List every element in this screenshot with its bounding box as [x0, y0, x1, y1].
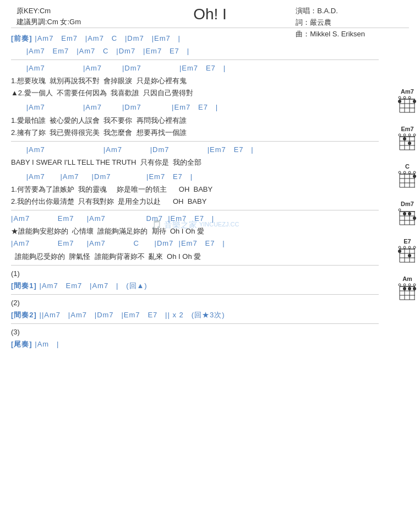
composer: 曲：Mikkel S. Eriksen [296, 29, 365, 40]
section-2-label: (2) [間奏2] ||Am7 |Am7 |Dm7 |Em7 E7 || x 2… [11, 297, 379, 321]
chord-e7: E7 [397, 238, 417, 264]
svg-point-21 [399, 134, 401, 136]
divider-5 [11, 294, 379, 295]
svg-point-61 [403, 246, 406, 248]
section-1-label: (1) [間奏1] |Am7 Em7 |Am7 | (回▲) [11, 268, 379, 292]
outro-chords: |Am | [35, 340, 59, 348]
section-verse3: |Am7 |Am7 |Dm7 |Em7 E7 | 1.何苦要為了誰嫉妒 我的靈魂… [11, 171, 379, 208]
chorus-chord-2: |Am7 Em7 |Am7 C |Dm7 |Em7 E7 | [11, 237, 379, 250]
svg-point-9 [403, 96, 406, 99]
svg-point-26 [408, 142, 411, 145]
chorus-lyric-2: 誰能夠忍受妳的 脾氣怪 誰能夠背著妳不 亂來 Oh I Oh 愛 [11, 251, 379, 263]
svg-point-51 [413, 217, 416, 220]
section-2-text: (2) [11, 297, 379, 309]
chord-am: Am [397, 275, 417, 302]
svg-point-8 [399, 96, 401, 99]
verse2-lyric-1: 1.愛最怕誰 被心愛的人誤會 我不要你 再問我心裡有誰 [11, 115, 379, 127]
outro-label: [尾奏] [11, 340, 32, 348]
performer: 演唱：B.A.D. [296, 6, 365, 17]
page: 原KEY:Cm 建議男調:Cm 女:Gm Oh! I 演唱：B.A.D. 詞：嚴… [0, 0, 420, 514]
bridge-lyrics: BABY I SWEAR I'LL TELL THE TRUTH 只有你是 我的… [11, 156, 379, 169]
chord-em7: Em7 [397, 126, 417, 152]
svg-point-48 [399, 209, 401, 211]
intro-chords-1: |Am7 Em7 |Am7 C |Dm7 |Em7 | [35, 34, 181, 42]
svg-point-65 [408, 254, 411, 257]
interlude2-chords: ||Am7 |Am7 |Dm7 |Em7 E7 || x 2 (回★3次) [40, 311, 225, 319]
intro-label: [前奏] [11, 34, 32, 42]
lyricist: 詞：嚴云農 [296, 17, 365, 29]
svg-point-11 [413, 100, 416, 103]
interlude1-chords: |Am7 Em7 |Am7 | (回▲) [40, 282, 148, 290]
intro-chords-2: |Am7 Em7 |Am7 C |Dm7 |Em7 E7 | [11, 45, 379, 57]
chord-dm7: Dm7 [397, 201, 417, 227]
divider-6 [11, 323, 379, 324]
svg-point-23 [408, 134, 411, 136]
chord-em7-grid [397, 133, 417, 152]
svg-point-60 [399, 246, 401, 248]
section-3-label: (3) [尾奏] |Am | [11, 326, 379, 350]
svg-point-77 [413, 284, 416, 286]
header-left: 原KEY:Cm 建議男調:Cm 女:Gm [17, 6, 81, 27]
svg-point-36 [403, 171, 406, 174]
chord-c-grid [397, 171, 417, 190]
bridge-chord-line: |Am7 |Am7 |Dm7 |Em7 E7 | [11, 144, 379, 156]
chord-am7-grid [397, 96, 417, 115]
section-chorus: 🎵 音樂之家 YINCUEZJ.CC |Am7 Em7 |Am7 Dm7 |Em… [11, 213, 379, 262]
svg-point-22 [403, 134, 406, 136]
svg-point-37 [408, 171, 411, 174]
section-bridge: |Am7 |Am7 |Dm7 |Em7 E7 | BABY I SWEAR I'… [11, 144, 379, 169]
section-1-text: (1) [11, 268, 379, 280]
chord-c: C [397, 163, 417, 190]
svg-point-50 [408, 212, 411, 215]
svg-point-24 [413, 134, 416, 136]
svg-point-79 [408, 287, 411, 290]
svg-point-38 [413, 171, 416, 174]
song-title: Oh! I [193, 6, 227, 23]
svg-point-74 [399, 284, 401, 286]
interlude1-label: [間奏1] [11, 282, 37, 290]
divider-1 [11, 59, 379, 60]
svg-point-75 [403, 284, 406, 286]
song-content: [前奏] |Am7 Em7 |Am7 C |Dm7 |Em7 | |Am7 Em… [11, 33, 409, 350]
svg-point-63 [413, 246, 416, 248]
verse1-chord-line: |Am7 |Am7 |Dm7 |Em7 E7 | [11, 62, 379, 74]
header: 原KEY:Cm 建議男調:Cm 女:Gm Oh! I 演唱：B.A.D. 詞：嚴… [11, 6, 409, 23]
interlude1-line: [間奏1] |Am7 Em7 |Am7 | (回▲) [11, 280, 379, 292]
chord-am7: Am7 [397, 88, 417, 115]
svg-point-25 [403, 137, 406, 140]
verse2-lyric-2: 2.擁有了妳 我已覺得很完美 我怎麼會 想要再找一個誰 [11, 127, 379, 139]
divider-3 [11, 210, 379, 210]
svg-point-39 [413, 175, 416, 178]
verse1-lyric-1: 1.想要玫瑰 就別再說我不對 會掉眼淚 只是妳心裡有鬼 [11, 75, 379, 87]
section-verse2: |Am7 |Am7 |Dm7 |Em7 E7 | 1.愛最怕誰 被心愛的人誤會 … [11, 101, 379, 138]
divider-2 [11, 141, 379, 142]
verse1-lyric-2: ▲2.愛一個人 不需要任何因為 我喜歡誰 只因自己覺得對 [11, 87, 379, 99]
svg-point-76 [408, 284, 411, 286]
chord-diagrams: Am7 Em7 [397, 88, 417, 302]
interlude2-label: [間奏2] [11, 311, 37, 319]
svg-point-10 [408, 96, 411, 99]
svg-point-12 [398, 100, 401, 103]
outro-line: [尾奏] |Am | [11, 338, 379, 350]
chord-am-grid [397, 283, 417, 302]
verse3-lyric-1: 1.何苦要為了誰嫉妒 我的靈魂 妳是唯一的領主 OH BABY [11, 183, 379, 196]
svg-point-62 [408, 246, 411, 248]
original-key: 原KEY:Cm [17, 6, 81, 17]
verse2-chord-line: |Am7 |Am7 |Dm7 |Em7 E7 | [11, 101, 379, 113]
suggestion: 建議男調:Cm 女:Gm [17, 17, 81, 28]
chord-e7-grid [397, 246, 417, 264]
svg-point-78 [403, 287, 406, 290]
chord-dm7-grid [397, 208, 417, 227]
svg-point-35 [399, 171, 401, 174]
svg-point-80 [413, 287, 416, 290]
header-right: 演唱：B.A.D. 詞：嚴云農 曲：Mikkel S. Eriksen [296, 6, 365, 40]
watermark: 🎵 音樂之家 YINCUEZJ.CC [151, 217, 239, 232]
interlude2-line: [間奏2] ||Am7 |Am7 |Dm7 |Em7 E7 || x 2 (回★… [11, 309, 379, 321]
watermark-url: YINCUEZJ.CC [199, 219, 239, 230]
svg-point-49 [403, 212, 406, 215]
section-verse1: |Am7 |Am7 |Dm7 |Em7 E7 | 1.想要玫瑰 就別再說我不對 … [11, 62, 379, 99]
verse3-lyric-2: 2.我的付出你最清楚 只有我對妳 是用全力以赴 OH BABY [11, 196, 379, 208]
watermark-text: 音樂之家 [164, 218, 197, 232]
divider-4 [11, 265, 379, 266]
section-3-text: (3) [11, 326, 379, 338]
